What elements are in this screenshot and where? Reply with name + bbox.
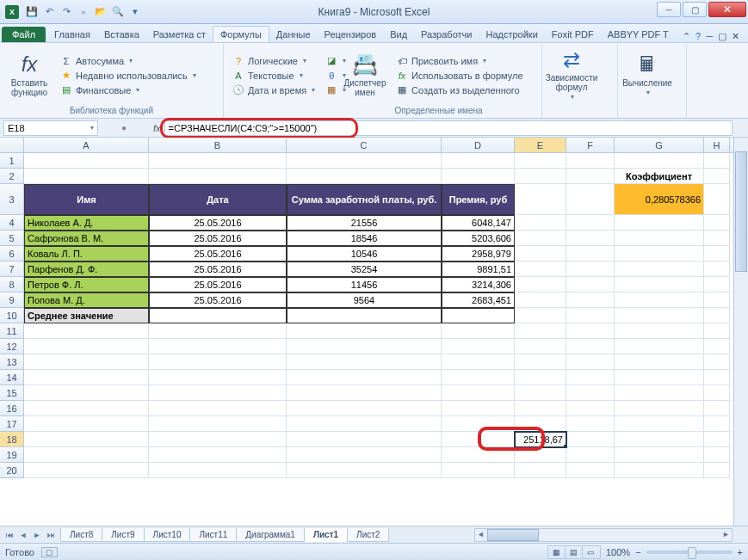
qat-more-icon[interactable]: ▾ [127, 4, 143, 20]
view-pagebreak-icon[interactable]: ▭ [583, 546, 600, 558]
name-manager-button[interactable]: 📇 Диспетчер имен [341, 45, 389, 106]
cell-bonus[interactable]: 6048,147 [442, 215, 515, 231]
row-header-8[interactable]: 8 [0, 277, 24, 292]
name-manager-label: Диспетчер имен [341, 78, 389, 97]
tab-developer[interactable]: Разработчи [414, 27, 479, 42]
sheet-tab[interactable]: Диаграмма1 [236, 528, 305, 542]
col-header-c[interactable]: C [287, 138, 442, 152]
minimize-ribbon-icon[interactable]: ⌃ [683, 31, 690, 42]
text-button[interactable]: AТекстовые [229, 69, 318, 83]
sheet-nav-first-icon[interactable]: ⏮ [3, 531, 15, 539]
formula-deps-button[interactable]: ⇄ Зависимости формул [547, 45, 596, 106]
calculation-button[interactable]: 🖩 Вычисление [623, 45, 671, 106]
vertical-scrollbar[interactable] [733, 138, 748, 526]
horizontal-scrollbar[interactable] [474, 528, 733, 542]
header-name[interactable]: Имя [24, 184, 149, 215]
col-header-a[interactable]: A [24, 138, 149, 152]
cell-date[interactable]: 25.05.2016 [149, 215, 287, 231]
sheet-nav-last-icon[interactable]: ⏭ [45, 531, 57, 539]
coef-value[interactable]: 0,280578366 [615, 184, 704, 215]
redo-icon[interactable]: ↷ [59, 4, 74, 20]
col-header-d[interactable]: D [442, 138, 515, 152]
row-header-7[interactable]: 7 [0, 262, 24, 277]
avg-label[interactable]: Среднее значение [24, 308, 149, 323]
tab-data[interactable]: Данные [269, 27, 318, 42]
doc-minimize-icon[interactable]: ─ [706, 31, 713, 42]
financial-button[interactable]: ▤Финансовые [57, 83, 200, 97]
zoom-level[interactable]: 100% [606, 547, 630, 557]
sheet-tab[interactable]: Лист8 [60, 528, 102, 542]
doc-restore-icon[interactable]: ▢ [718, 31, 726, 42]
open-icon[interactable]: 📂 [93, 4, 108, 20]
use-in-formula-button[interactable]: fxИспользовать в формуле [393, 69, 527, 83]
minimize-button[interactable]: ─ [657, 2, 681, 17]
sheet-nav-next-icon[interactable]: ► [31, 531, 43, 539]
row-header-2[interactable]: 2 [0, 169, 24, 184]
close-button[interactable]: ✕ [708, 2, 746, 17]
tab-abbyy[interactable]: ABBYY PDF T [601, 27, 676, 42]
sheet-nav-prev-icon[interactable]: ◄ [17, 531, 29, 539]
fx-label-icon[interactable]: fx [153, 123, 161, 133]
doc-close-icon[interactable]: ✕ [732, 31, 739, 42]
header-sum[interactable]: Сумма заработной платы, руб. [287, 184, 442, 215]
zoom-slider[interactable] [646, 551, 733, 554]
sheet-tab[interactable]: Лист11 [189, 528, 237, 542]
preview-icon[interactable]: 🔍 [110, 4, 126, 20]
file-tab[interactable]: Файл [2, 27, 46, 42]
tab-view[interactable]: Вид [383, 27, 414, 42]
name-box[interactable]: E18 [3, 120, 98, 136]
zoom-in-icon[interactable]: + [738, 547, 743, 557]
assign-name-button[interactable]: 🏷Присвоить имя [393, 54, 527, 68]
create-from-sel-button[interactable]: ▦Создать из выделенного [393, 83, 527, 97]
row-header-4[interactable]: 4 [0, 215, 24, 231]
select-all-corner[interactable] [0, 138, 24, 152]
col-header-g[interactable]: G [615, 138, 704, 152]
row-header-1[interactable]: 1 [0, 153, 24, 169]
tab-home[interactable]: Главная [47, 27, 97, 42]
row-header-18[interactable]: 18 [0, 432, 24, 447]
tab-addins[interactable]: Надстройки [479, 27, 544, 42]
col-header-h[interactable]: H [704, 138, 730, 152]
cell-sum[interactable]: 21556 [287, 215, 442, 231]
tab-formulas[interactable]: Формулы [213, 26, 269, 42]
sheet-tab[interactable]: Лист9 [102, 528, 144, 542]
insert-function-button[interactable]: fx Вставить функцию [5, 45, 53, 106]
row-header-5[interactable]: 5 [0, 231, 24, 246]
view-normal-icon[interactable]: ▦ [548, 546, 566, 558]
grid[interactable]: 1 2 Коэффициент 3 Имя Дата Сумма заработ… [0, 153, 748, 526]
row-header-3[interactable]: 3 [0, 184, 24, 215]
col-header-f[interactable]: F [566, 138, 615, 152]
datetime-button[interactable]: 🕓Дата и время [229, 83, 318, 97]
sheet-tab-active[interactable]: Лист1 [304, 528, 348, 542]
help-icon[interactable]: ? [695, 31, 701, 42]
tab-foxit[interactable]: Foxit PDF [545, 27, 601, 42]
maximize-button[interactable]: ▢ [683, 2, 707, 17]
recent-button[interactable]: ★Недавно использовались [57, 69, 200, 83]
row-header-10[interactable]: 10 [0, 308, 24, 323]
sheet-tab[interactable]: Лист2 [347, 528, 389, 542]
header-date[interactable]: Дата [149, 184, 287, 215]
new-icon[interactable]: ▫ [76, 4, 91, 20]
undo-icon[interactable]: ↶ [41, 4, 57, 20]
sheet-tab[interactable]: Лист10 [144, 528, 191, 542]
save-icon[interactable]: 💾 [24, 4, 40, 20]
macro-record-icon[interactable]: ▢ [41, 547, 58, 557]
tab-insert[interactable]: Вставка [97, 27, 146, 42]
coef-label[interactable]: Коэффициент [615, 169, 704, 184]
tab-layout[interactable]: Разметка ст [146, 27, 213, 42]
cell-name[interactable]: Николаев А. Д. [24, 215, 149, 231]
col-header-b[interactable]: B [149, 138, 287, 152]
view-layout-icon[interactable]: ▤ [566, 546, 583, 558]
header-bonus[interactable]: Премия, руб [442, 184, 515, 215]
hscroll-thumb[interactable] [487, 529, 539, 541]
zoom-out-icon[interactable]: − [635, 547, 640, 557]
tab-review[interactable]: Рецензиров [318, 27, 384, 42]
vscroll-thumb[interactable] [735, 151, 747, 272]
autosum-button[interactable]: ΣАвтосумма [57, 54, 200, 68]
logical-button[interactable]: ?Логические [229, 54, 318, 68]
row-header-9[interactable]: 9 [0, 292, 24, 308]
col-header-e[interactable]: E [515, 138, 566, 152]
formula-input[interactable]: =СРЗНАЧЕСЛИ(C4:C9;">=15000") [164, 120, 733, 136]
active-cell-e18[interactable]: 25118,67 [515, 432, 566, 447]
row-header-6[interactable]: 6 [0, 246, 24, 262]
